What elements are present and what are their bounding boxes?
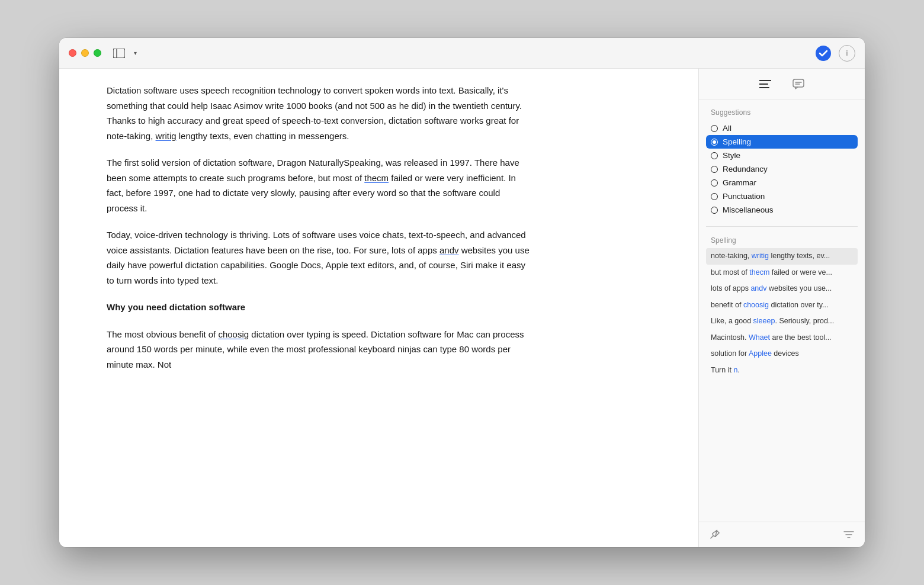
toolbar-chevron[interactable]: ▾: [130, 47, 140, 60]
sidebar-divider: [706, 226, 858, 227]
radio-redundancy: [711, 166, 718, 173]
misspelled-choosig: choosig: [218, 329, 249, 339]
suggestion-item-style[interactable]: Style: [706, 149, 858, 162]
spelling-section-title: Spelling: [699, 232, 865, 248]
document-text: Dictation software uses speech recogniti…: [107, 83, 533, 372]
misspelled-writig: writig: [156, 131, 177, 141]
titlebar: ▾ i: [59, 38, 865, 69]
radio-all: [711, 125, 718, 132]
suggestion-item-all[interactable]: All: [706, 121, 858, 135]
pin-icon[interactable]: [708, 528, 721, 541]
highlight-choosig: choosig: [743, 301, 769, 309]
spelling-result-3[interactable]: benefit of choosig dictation over ty...: [706, 297, 858, 314]
spellcheck-icon[interactable]: [815, 45, 832, 62]
suggestion-label-redundancy: Redundancy: [723, 165, 768, 173]
suggestion-label-punctuation: Punctuation: [723, 192, 765, 201]
close-button[interactable]: [69, 49, 76, 57]
misspelled-thecm: thecm: [364, 173, 389, 183]
spelling-result-7[interactable]: Turn it n.: [706, 362, 858, 379]
highlight-n: n: [733, 366, 737, 374]
spelling-result-6[interactable]: solution for Applee devices: [706, 346, 858, 362]
sidebar-toggle-button[interactable]: [111, 47, 127, 60]
paragraph-4: The most obvious benefit of choosig dict…: [107, 327, 533, 372]
radio-grammar: [711, 179, 718, 187]
suggestion-label-style: Style: [723, 151, 740, 160]
suggestion-item-punctuation[interactable]: Punctuation: [706, 189, 858, 203]
spelling-result-0[interactable]: note-taking, writig lengthy texts, ev...: [706, 248, 858, 265]
traffic-lights: [69, 49, 101, 57]
highlight-writig: writig: [752, 252, 769, 260]
radio-punctuation: [711, 193, 718, 200]
document-area[interactable]: Dictation software uses speech recogniti…: [59, 69, 699, 547]
tab-chat[interactable]: [789, 76, 808, 92]
svg-rect-6: [793, 79, 804, 87]
spelling-result-2[interactable]: lots of apps andv websites you use...: [706, 281, 858, 297]
paragraph-3: Today, voice-driven technology is thrivi…: [107, 227, 533, 288]
paragraph-heading: Why you need dictation software: [107, 300, 533, 315]
suggestion-item-grammar[interactable]: Grammar: [706, 176, 858, 189]
spelling-results: note-taking, writig lengthy texts, ev...…: [699, 248, 865, 522]
filter-icon[interactable]: [842, 528, 855, 541]
paragraph-1: Dictation software uses speech recogniti…: [107, 83, 533, 143]
radio-miscellaneous: [711, 207, 718, 214]
spelling-result-4[interactable]: Like, a good sleeep. Seriously, prod...: [706, 313, 858, 330]
misspelled-andv: andv: [439, 245, 459, 255]
suggestion-label-grammar: Grammar: [723, 178, 756, 187]
suggestion-item-miscellaneous[interactable]: Miscellaneous: [706, 203, 858, 217]
info-button[interactable]: i: [839, 45, 855, 62]
suggestion-item-redundancy[interactable]: Redundancy: [706, 162, 858, 176]
svg-point-2: [816, 46, 831, 61]
sidebar: Suggestions All Spelling Style Redundanc…: [699, 69, 865, 547]
spelling-result-5[interactable]: Macintosh. Whaet are the best tool...: [706, 330, 858, 346]
highlight-whaet: Whaet: [749, 333, 770, 342]
main-content: Dictation software uses speech recogniti…: [59, 69, 865, 547]
highlight-thecm: thecm: [749, 268, 769, 277]
suggestion-label-spelling: Spelling: [723, 137, 751, 146]
minimize-button[interactable]: [81, 49, 89, 57]
suggestion-label-all: All: [723, 124, 732, 133]
suggestion-item-spelling[interactable]: Spelling: [706, 135, 858, 149]
toolbar-controls: ▾: [111, 47, 140, 60]
highlight-applee: Applee: [749, 349, 772, 358]
svg-rect-0: [113, 49, 125, 58]
app-window: ▾ i Dictation software uses speech recog…: [59, 38, 865, 547]
highlight-sleeep: sleeep: [753, 317, 775, 325]
suggestion-list: All Spelling Style Redundancy Grammar: [699, 121, 865, 221]
paragraph-2: The first solid version of dictation sof…: [107, 155, 533, 216]
radio-style: [711, 152, 718, 159]
sidebar-bottom: [699, 522, 865, 547]
spelling-result-1[interactable]: but most of thecm failed or were ve...: [706, 265, 858, 281]
highlight-andv: andv: [750, 284, 766, 292]
maximize-button[interactable]: [94, 49, 101, 57]
radio-spelling: [711, 139, 718, 146]
sidebar-tabs: [699, 69, 865, 100]
suggestion-label-miscellaneous: Miscellaneous: [723, 205, 774, 214]
titlebar-right-controls: i: [815, 45, 855, 62]
suggestions-title: Suggestions: [699, 100, 865, 121]
tab-list[interactable]: [756, 76, 775, 92]
